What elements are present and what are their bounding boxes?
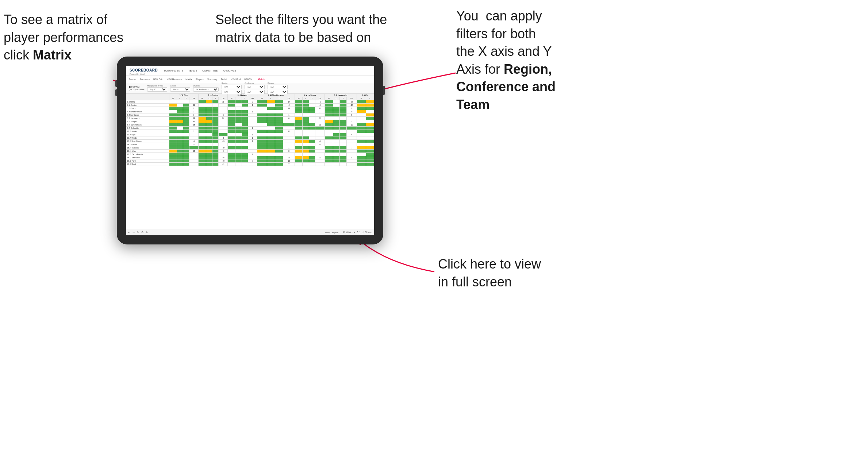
matrix-cell: [309, 150, 315, 153]
table-row: 19. D Ford-20-113: [126, 159, 374, 163]
matrix-cell: [206, 104, 212, 107]
matrix-cell: [228, 159, 235, 163]
matrix-cell: [212, 133, 219, 136]
matrix-cell: [324, 136, 333, 140]
sub-nav-teams[interactable]: Teams: [129, 78, 136, 81]
matrix-cell: [169, 163, 177, 166]
matrix-cell: [228, 117, 235, 120]
matrix-cell: [177, 146, 183, 150]
matrix-cell: [235, 146, 242, 150]
compact-view-radio[interactable]: Compact View: [129, 88, 144, 90]
matrix-cell: [267, 146, 275, 150]
table-row: 13. J Skov Olesen-3-191-1: [126, 140, 374, 143]
players-select2[interactable]: (All): [268, 90, 288, 94]
matrix-cell: [315, 130, 324, 133]
matrix-cell: [199, 127, 206, 130]
matrix-cell: [309, 110, 315, 113]
matrix-cell: [309, 120, 315, 123]
matrix-cell: 3: [347, 120, 357, 123]
matrix-cell: [228, 140, 235, 143]
table-row: 14. J Lundin10-7: [126, 143, 374, 146]
matrix-cell: [242, 146, 248, 150]
matrix-cell: [275, 150, 283, 153]
sub-nav-players[interactable]: Players: [196, 78, 204, 81]
matrix-cell: [324, 104, 333, 107]
zoom-button[interactable]: ⊕: [146, 231, 148, 234]
sub-nav-matrix[interactable]: Matrix: [185, 78, 192, 81]
matrix-cell: [242, 120, 248, 123]
matrix-cell: [212, 120, 219, 123]
sub-nav-detail[interactable]: Detail: [221, 78, 227, 81]
matrix-cell: [267, 163, 275, 166]
matrix-cell: [183, 133, 189, 136]
matrix-cell: 4: [219, 150, 228, 153]
fullscreen-button[interactable]: ⛶: [357, 231, 360, 234]
matrix-cell: [228, 130, 235, 133]
watch-button[interactable]: 👁 Watch ▾: [343, 231, 355, 234]
redo-button[interactable]: ↪: [132, 231, 135, 234]
matrix-cell: -19: [219, 146, 228, 150]
matrix-cell: [267, 110, 275, 113]
matrix-cell: 1: [248, 104, 257, 107]
matrix-cell: [206, 146, 212, 150]
region-select2[interactable]: N/A: [222, 90, 242, 94]
nav-teams[interactable]: TEAMS: [188, 69, 197, 72]
settings-button[interactable]: ⚙: [141, 231, 143, 234]
matrix-cell: [324, 133, 333, 136]
matrix-cell: [366, 110, 374, 113]
nav-tournaments[interactable]: TOURNAMENTS: [164, 69, 183, 72]
matrix-cell: [303, 123, 309, 127]
undo-button[interactable]: ↩: [128, 231, 130, 234]
share-button[interactable]: ↗ Share: [362, 231, 372, 234]
matrix-cell: [347, 163, 357, 166]
matrix-cell: [283, 133, 295, 136]
matrix-cell: [228, 153, 235, 156]
annotation-top-center: Select the filters you want thematrix da…: [215, 11, 387, 46]
matrix-cell: [235, 100, 242, 104]
matrix-cell: [257, 153, 267, 156]
refresh-button[interactable]: ⟳: [137, 231, 139, 234]
matrix-cell: [295, 123, 303, 127]
sub-nav-summary2[interactable]: Summary: [207, 78, 218, 81]
division-select[interactable]: NCAA Division I: [193, 87, 219, 92]
matrix-cell: [199, 153, 206, 156]
matrix-cell: [357, 120, 366, 123]
sub-nav-h2hth[interactable]: H2HTH...: [244, 78, 254, 81]
corner-header: [126, 94, 169, 100]
matrix-cell: [235, 104, 242, 107]
matrix-cell: [183, 150, 189, 153]
matrix-cell: [189, 156, 199, 159]
matrix-cell: [366, 123, 374, 127]
nav-committee[interactable]: COMMITTEE: [202, 69, 218, 72]
matrix-cell: [212, 150, 219, 153]
matrix-cell: [283, 110, 295, 113]
matrix-cell: [199, 113, 206, 117]
sub-nav-matrix-active[interactable]: Matrix: [258, 78, 265, 81]
region-select[interactable]: N/A: [222, 85, 242, 89]
matrix-cell: [169, 117, 177, 120]
matrix-cell: [303, 136, 309, 140]
table-row: 9. N Gabrelcik9: [126, 127, 374, 130]
sub-nav-h2h-grid2[interactable]: H2H Grid: [231, 78, 241, 81]
matrix-table: 1. W Ding 2. L Clanton 3. J Koivun 4. M …: [126, 93, 374, 166]
sub-nav-h2h-heatmap[interactable]: H2H Heatmap: [167, 78, 182, 81]
matrix-cell: -19: [219, 140, 228, 143]
matrix-cell: [295, 159, 303, 163]
conference-select2[interactable]: (All): [245, 90, 265, 94]
nav-rankings[interactable]: RANKINGS: [223, 69, 236, 72]
players-select[interactable]: (All): [268, 85, 288, 89]
matrix-cell: [235, 117, 242, 120]
table-row: 16. K Vilips-2548: [126, 150, 374, 153]
matrix-cell: [324, 117, 333, 120]
matrix-container[interactable]: 1. W Ding 2. L Clanton 3. J Koivun 4. M …: [126, 93, 374, 235]
full-view-radio[interactable]: Full View: [129, 86, 144, 88]
sub-nav-summary[interactable]: Summary: [139, 78, 150, 81]
conference-select[interactable]: (All): [245, 85, 265, 89]
max-players-select[interactable]: Top 25: [147, 87, 167, 92]
gender-select[interactable]: Men's: [170, 87, 190, 92]
matrix-cell: [183, 117, 189, 120]
matrix-cell: [303, 127, 309, 130]
sub-nav-h2h-grid[interactable]: H2H Grid: [153, 78, 163, 81]
matrix-cell: [235, 130, 242, 133]
matrix-cell: [333, 100, 340, 104]
